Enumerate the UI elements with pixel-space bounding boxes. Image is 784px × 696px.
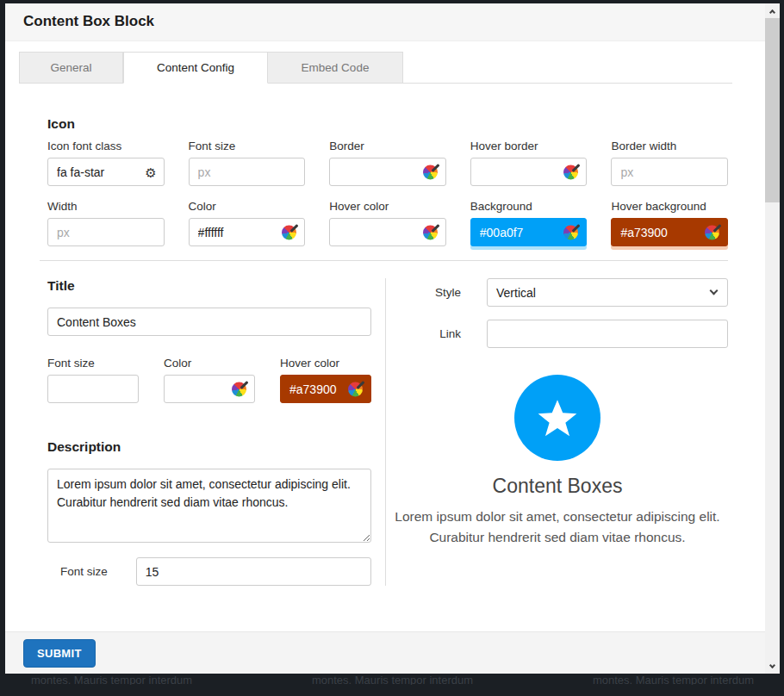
icon-width-label: Width bbox=[47, 200, 165, 213]
right-column: Style Vertical Link bbox=[386, 278, 728, 586]
field-title-color: Color bbox=[164, 357, 255, 403]
modal-title: Content Box Block bbox=[23, 13, 747, 30]
title-hover-color-label: Hover color bbox=[280, 357, 371, 370]
chevron-up-icon bbox=[769, 9, 775, 15]
content-box-block-modal: Content Box Block General Content Config… bbox=[5, 3, 780, 674]
style-select-value: Vertical bbox=[496, 286, 536, 300]
color-picker-icon[interactable] bbox=[563, 224, 580, 240]
description-font-size-input[interactable] bbox=[136, 557, 371, 586]
field-icon-color: Color bbox=[189, 200, 306, 246]
icon-color-label: Color bbox=[189, 200, 306, 213]
field-icon-border-width: Border width bbox=[611, 140, 728, 186]
style-label: Style bbox=[387, 286, 461, 299]
star-icon bbox=[535, 395, 580, 440]
tab-content-config[interactable]: Content Config bbox=[123, 52, 268, 84]
title-font-size-input[interactable] bbox=[47, 375, 139, 403]
submit-button[interactable]: SUBMIT bbox=[23, 639, 96, 668]
color-picker-icon[interactable] bbox=[348, 381, 364, 397]
description-section-heading: Description bbox=[47, 439, 371, 455]
tab-bar: General Content Config Embed Code bbox=[19, 52, 732, 84]
icon-hover-color-label: Hover color bbox=[329, 200, 446, 213]
description-font-size-row: Font size bbox=[47, 557, 371, 586]
title-font-size-label: Font size bbox=[47, 357, 139, 370]
scrollbar[interactable] bbox=[765, 3, 780, 674]
link-label: Link bbox=[387, 327, 461, 340]
field-icon-width: Width bbox=[47, 200, 165, 246]
field-icon-hover-color: Hover color bbox=[329, 200, 446, 246]
link-row: Link bbox=[387, 320, 728, 348]
scrollbar-down-button[interactable] bbox=[765, 659, 780, 674]
field-title-font-size: Font size bbox=[47, 357, 139, 403]
icon-border-width-input[interactable] bbox=[611, 158, 728, 186]
modal-footer: SUBMIT bbox=[5, 631, 765, 674]
style-select[interactable]: Vertical bbox=[487, 278, 728, 307]
left-column: Title Font size bbox=[47, 278, 386, 586]
title-fields-row: Font size Color bbox=[47, 357, 371, 403]
icon-fields-row-1: Icon font class ⚙ Font size bbox=[47, 140, 728, 186]
color-picker-icon[interactable] bbox=[423, 164, 439, 180]
chevron-down-icon bbox=[710, 287, 719, 295]
color-picker-icon[interactable] bbox=[705, 224, 721, 240]
icon-font-size-label: Font size bbox=[189, 140, 306, 152]
description-textarea[interactable]: Lorem ipsum dolor sit amet, consectetur … bbox=[47, 469, 371, 543]
tab-general[interactable]: General bbox=[19, 52, 123, 84]
title-input[interactable] bbox=[47, 308, 371, 336]
page-behind-modal: montes. Mauris tempor interdum montes. M… bbox=[5, 674, 780, 685]
field-icon-font-class: Icon font class ⚙ bbox=[47, 140, 165, 186]
page-background: Content Box Block General Content Config… bbox=[0, 0, 784, 696]
tab-embed-code[interactable]: Embed Code bbox=[268, 52, 403, 84]
field-icon-border: Border bbox=[329, 140, 446, 186]
modal-header: Content Box Block bbox=[5, 3, 765, 41]
icon-hover-border-label: Hover border bbox=[470, 140, 588, 152]
icon-hover-background-label: Hover background bbox=[611, 200, 728, 213]
description-font-size-label: Font size bbox=[60, 565, 122, 578]
field-icon-font-size: Font size bbox=[189, 140, 306, 186]
color-picker-icon[interactable] bbox=[563, 164, 580, 180]
icon-width-input[interactable] bbox=[47, 218, 165, 246]
title-section-heading: Title bbox=[47, 278, 371, 294]
color-picker-icon[interactable] bbox=[282, 224, 298, 240]
link-input[interactable] bbox=[487, 320, 728, 348]
style-row: Style Vertical bbox=[387, 278, 728, 307]
color-picker-icon[interactable] bbox=[232, 381, 248, 397]
modal-body: Icon Icon font class ⚙ Font size bbox=[5, 84, 765, 631]
gear-icon[interactable]: ⚙ bbox=[145, 165, 156, 178]
scrollbar-up-button[interactable] bbox=[765, 3, 780, 18]
field-icon-background: Background bbox=[470, 200, 588, 246]
icon-background-label: Background bbox=[470, 200, 588, 213]
icon-fields-row-2: Width Color bbox=[47, 200, 728, 246]
field-icon-hover-border: Hover border bbox=[470, 140, 588, 186]
field-icon-hover-background: Hover background bbox=[611, 200, 728, 246]
preview-icon-circle bbox=[514, 375, 600, 461]
scrollbar-thumb[interactable] bbox=[765, 18, 780, 202]
backdrop-text: montes. Mauris tempor interdum bbox=[593, 674, 754, 685]
title-color-label: Color bbox=[164, 357, 255, 370]
icon-border-width-label: Border width bbox=[611, 140, 728, 152]
content-box-preview: Content Boxes Lorem ipsum dolor sit amet… bbox=[387, 361, 728, 548]
field-title-hover-color: Hover color bbox=[280, 357, 371, 403]
chevron-down-icon bbox=[769, 662, 775, 668]
scrollbar-track[interactable] bbox=[765, 202, 780, 659]
preview-title: Content Boxes bbox=[387, 475, 728, 498]
icon-section-heading: Icon bbox=[47, 116, 728, 132]
backdrop-text: montes. Mauris tempor interdum bbox=[31, 674, 192, 685]
icon-font-class-label: Icon font class bbox=[47, 140, 165, 152]
color-picker-icon[interactable] bbox=[423, 224, 439, 240]
backdrop-text: montes. Mauris tempor interdum bbox=[312, 674, 473, 685]
icon-font-size-input[interactable] bbox=[189, 158, 306, 186]
icon-border-label: Border bbox=[329, 140, 446, 152]
preview-description: Lorem ipsum dolor sit amet, consectetur … bbox=[393, 506, 722, 548]
modal-content: Content Box Block General Content Config… bbox=[5, 3, 765, 674]
